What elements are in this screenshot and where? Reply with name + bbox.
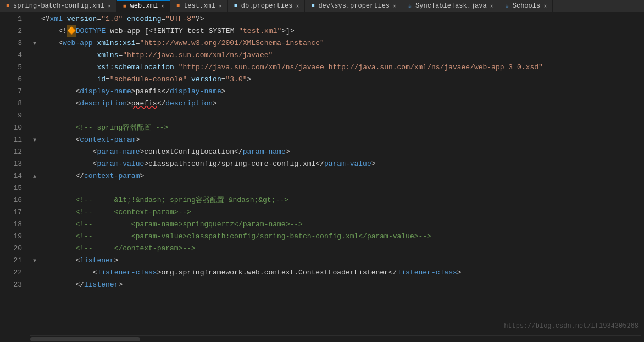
tab-web-xml[interactable]: ■ web.xml ✕ — [117, 0, 170, 12]
fold-17 — [30, 206, 39, 218]
fold-7 — [30, 86, 39, 98]
line-num-6: 6 — [0, 74, 25, 86]
code-line-20: <!-- </context-param>--> — [41, 243, 641, 255]
line-num-5: 5 — [0, 61, 25, 74]
line-num-16: 16 — [0, 194, 25, 206]
code-line-13: <param-value>classpath:config/spring-cor… — [41, 158, 641, 170]
fold-6 — [30, 74, 39, 86]
line-num-23: 23 — [0, 279, 25, 291]
code-line-21: <listener> — [41, 255, 641, 267]
tab-dev-props[interactable]: ■ dev\sys.properties ✕ — [305, 0, 402, 12]
tab-label-4: db.properties — [241, 2, 293, 10]
fold-23 — [30, 279, 39, 291]
tab-label-5: dev\sys.properties — [318, 2, 390, 10]
code-line-14: </context-param> — [41, 170, 641, 182]
tab-test-xml[interactable]: ■ test.xml ✕ — [170, 0, 228, 12]
line-num-19: 19 — [0, 231, 25, 243]
tab-label-2: web.xml — [130, 2, 158, 10]
tab-spring-batch[interactable]: ■ spring-batch-config.xml ✕ — [0, 0, 117, 12]
java-icon-2: ☕ — [504, 3, 510, 9]
scrollbar-horizontal[interactable] — [30, 335, 641, 342]
xml-icon: ■ — [4, 3, 11, 9]
line-num-1: 1 — [0, 13, 25, 25]
code-line-11: <context-param> — [41, 134, 641, 146]
tab-close-2[interactable]: ✕ — [160, 2, 165, 10]
xml-icon-3: ■ — [175, 3, 181, 9]
code-line-9 — [41, 110, 641, 122]
tab-label-7: Schools — [513, 2, 540, 10]
tab-label: spring-batch-config.xml — [13, 2, 104, 10]
line-num-4: 4 — [0, 49, 25, 61]
code-line-23: </listener> — [41, 279, 641, 291]
tab-sync-task[interactable]: ☕ SyncTableTask.java ✕ — [402, 0, 499, 12]
fold-15 — [30, 182, 39, 194]
fold-8 — [30, 98, 39, 110]
tab-close-7[interactable]: ✕ — [542, 2, 548, 10]
fold-14[interactable]: ▲ — [30, 170, 39, 182]
line-num-2: 2 — [0, 25, 25, 37]
fold-13 — [30, 158, 39, 170]
fold-4 — [30, 49, 39, 61]
code-content[interactable]: <?xml version="1.0" encoding="UTF-8"?> <… — [39, 12, 641, 342]
tab-schools[interactable]: ☕ Schools ✕ — [499, 0, 553, 12]
tab-close[interactable]: ✕ — [107, 2, 112, 10]
java-icon: ☕ — [407, 3, 413, 9]
fold-2 — [30, 25, 39, 37]
tab-bar: ■ spring-batch-config.xml ✕ ■ web.xml ✕ … — [0, 0, 644, 12]
scrollbar-thumb[interactable] — [30, 337, 140, 341]
line-num-15: 15 — [0, 182, 25, 194]
fold-1 — [30, 13, 39, 25]
line-num-13: 13 — [0, 158, 25, 170]
fold-gutter: ▼ ▼ ▲ ▼ — [30, 12, 39, 342]
code-line-1: <?xml version="1.0" encoding="UTF-8"?> — [41, 13, 641, 25]
code-line-10: <!-- spring容器配置 --> — [41, 122, 641, 134]
line-num-22: 22 — [0, 267, 25, 279]
line-num-3: 3 — [0, 37, 25, 49]
tab-db-props[interactable]: ■ db.properties ✕ — [228, 0, 306, 12]
fold-16 — [30, 194, 39, 206]
code-line-16: <!-- &lt;!&ndash; spring容器配置 &ndash;&gt;… — [41, 194, 641, 206]
code-line-6: id="schedule-console" version="3.0"> — [41, 74, 641, 86]
editor-area: 1 2 3 4 5 6 7 8 9 10 11 12 13 14 15 16 1… — [0, 12, 644, 342]
line-numbers: 1 2 3 4 5 6 7 8 9 10 11 12 13 14 15 16 1… — [0, 12, 30, 342]
code-line-8: <description>paefis</description> — [41, 98, 641, 110]
fold-18 — [30, 218, 39, 231]
code-line-7: <display-name>paefis</display-name> — [41, 86, 641, 98]
code-line-3: <web-app xmlns:xsi="http://www.w3.org/20… — [41, 37, 641, 49]
code-line-12: <param-name>contextConfigLocation</param… — [41, 146, 641, 158]
tab-label-6: SyncTableTask.java — [415, 2, 487, 10]
fold-9 — [30, 110, 39, 122]
fold-3[interactable]: ▼ — [30, 37, 39, 49]
code-line-5: xsi:schemaLocation="http://java.sun.com/… — [41, 61, 641, 74]
line-num-7: 7 — [0, 86, 25, 98]
tab-label-3: test.xml — [184, 2, 215, 10]
tab-close-3[interactable]: ✕ — [218, 2, 223, 10]
code-line-18: <!-- <param-name>springquertz</param-nam… — [41, 218, 641, 231]
tab-close-6[interactable]: ✕ — [489, 2, 495, 10]
line-num-10: 10 — [0, 122, 25, 134]
fold-22 — [30, 267, 39, 279]
fold-11[interactable]: ▼ — [30, 134, 39, 146]
xml-icon-2: ■ — [121, 3, 128, 9]
fold-5 — [30, 61, 39, 74]
fold-12 — [30, 146, 39, 158]
code-line-22: <listener-class>org.springframework.web.… — [41, 267, 641, 279]
right-error-bar — [641, 12, 644, 342]
code-line-2: <!🔶DOCTYPE web-app [<!ENTITY test SYSTEM… — [41, 25, 641, 37]
fold-21[interactable]: ▼ — [30, 255, 39, 267]
code-line-17: <!-- <context-param>--> — [41, 206, 641, 218]
line-num-20: 20 — [0, 243, 25, 255]
tab-close-5[interactable]: ✕ — [392, 2, 397, 10]
code-line-15 — [41, 182, 641, 194]
props-icon-2: ■ — [309, 3, 316, 9]
line-num-11: 11 — [0, 134, 25, 146]
line-num-14: 14 — [0, 170, 25, 182]
code-line-4: xmlns="http://java.sun.com/xml/ns/javaee… — [41, 49, 641, 61]
line-num-12: 12 — [0, 146, 25, 158]
line-num-9: 9 — [0, 110, 25, 122]
tab-close-4[interactable]: ✕ — [295, 2, 300, 10]
fold-19 — [30, 231, 39, 243]
props-icon: ■ — [232, 3, 239, 9]
line-num-21: 21 — [0, 255, 25, 267]
line-num-18: 18 — [0, 218, 25, 231]
